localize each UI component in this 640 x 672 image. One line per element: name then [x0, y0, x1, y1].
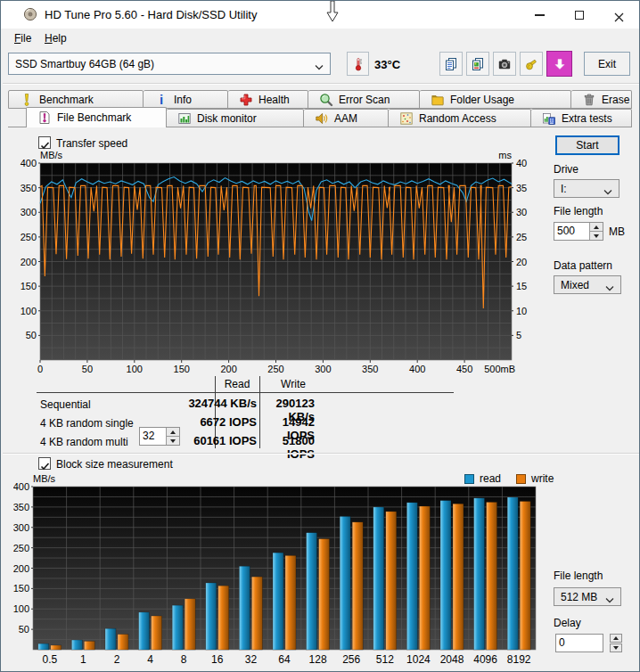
- device-select[interactable]: SSD Smartbuy 64GB (64 gB): [8, 53, 331, 75]
- tab-extra-tests[interactable]: Extra tests: [531, 109, 632, 127]
- table-header-rule: [37, 392, 454, 393]
- svg-text:50: 50: [19, 624, 29, 635]
- copy-text-icon: [444, 57, 458, 71]
- tab-file-benchmark[interactable]: File Benchmark: [26, 107, 167, 127]
- maximize-icon: [575, 11, 584, 20]
- tab-folder-usage[interactable]: Folder Usage: [420, 90, 571, 109]
- svg-text:40: 40: [516, 158, 527, 168]
- delay-up-button[interactable]: [610, 634, 622, 643]
- tab-label: File Benchmark: [57, 111, 131, 124]
- row-label-sequential: Sequential: [40, 398, 91, 411]
- svg-text:400: 400: [13, 481, 29, 492]
- write-bar-2: [118, 635, 128, 650]
- svg-text:35: 35: [516, 183, 527, 193]
- start-button[interactable]: Start: [555, 135, 619, 155]
- svg-text:300: 300: [21, 207, 37, 217]
- svg-text:50: 50: [26, 330, 37, 340]
- svg-text:300: 300: [315, 364, 331, 374]
- write-bar-512: [386, 512, 397, 650]
- temperature-button[interactable]: [347, 52, 369, 76]
- random-multi-write-value: 51800 IOPS: [264, 434, 315, 461]
- tab-benchmark[interactable]: Benchmark: [8, 90, 144, 109]
- transfer-speed-checkbox[interactable]: [38, 136, 51, 149]
- read-bar-32: [239, 566, 250, 650]
- svg-text:100: 100: [21, 306, 37, 316]
- menu-file[interactable]: File: [8, 29, 37, 48]
- tab-health[interactable]: Health: [228, 90, 308, 109]
- tab-disk-monitor[interactable]: Disk monitor: [167, 109, 304, 127]
- close-button[interactable]: [599, 1, 639, 29]
- svg-text:32: 32: [245, 653, 258, 666]
- svg-text:0.5: 0.5: [42, 653, 57, 666]
- title-bar: HD Tune Pro 5.60 - Hard Disk/SSD Utility: [1, 1, 639, 29]
- svg-text:1024: 1024: [406, 653, 431, 666]
- tab-row-2: File BenchmarkDisk monitorAAMRandom Acce…: [26, 109, 632, 127]
- menu-bar: File Help: [1, 29, 639, 48]
- svg-text:10: 10: [516, 306, 527, 316]
- read-bar-8192: [507, 497, 518, 650]
- svg-text:MB/s: MB/s: [40, 150, 63, 160]
- file-length2-select[interactable]: 512 MB: [554, 587, 621, 606]
- tab-aam[interactable]: AAM: [304, 109, 389, 127]
- exit-label: Exit: [598, 58, 616, 70]
- chevron-down-icon: [605, 282, 614, 288]
- aam-icon: [315, 111, 329, 126]
- svg-text:128: 128: [309, 653, 327, 666]
- delay-down-button[interactable]: [610, 643, 622, 652]
- write-bar-128: [319, 539, 330, 650]
- drive-select[interactable]: I:: [554, 179, 619, 198]
- camera-button[interactable]: [493, 52, 516, 76]
- svg-text:500mB: 500mB: [484, 364, 515, 374]
- file-length-buttons[interactable]: [589, 223, 603, 240]
- svg-text:8192: 8192: [507, 653, 531, 666]
- menu-help[interactable]: Help: [38, 29, 73, 48]
- svg-text:8: 8: [181, 653, 187, 666]
- chevron-down-icon: [603, 185, 612, 192]
- temperature-value: 33°C: [374, 58, 400, 71]
- file-length-stepper[interactable]: 500: [554, 222, 603, 241]
- check-icon: [40, 138, 50, 148]
- tab-erase[interactable]: Erase: [571, 90, 632, 109]
- benchmark-icon: [20, 93, 34, 107]
- svg-text:200: 200: [13, 563, 29, 574]
- svg-text:30: 30: [516, 207, 527, 217]
- tab-random-access[interactable]: Random Access: [389, 109, 531, 127]
- tab-strip-line: [8, 127, 26, 127]
- data-pattern-select[interactable]: Mixed: [554, 275, 621, 294]
- hand-button[interactable]: [520, 52, 543, 76]
- delay-input[interactable]: 0: [555, 634, 603, 652]
- chevron-down-icon: [605, 594, 614, 600]
- block-size-checkbox[interactable]: [38, 457, 51, 470]
- window-title: HD Tune Pro 5.60 - Hard Disk/SSD Utility: [45, 8, 257, 21]
- write-bar-256: [352, 522, 363, 650]
- thermometer-icon: [351, 57, 365, 71]
- svg-text:200: 200: [21, 257, 37, 267]
- mouse-cursor: [325, 1, 340, 26]
- copy-image-button[interactable]: [466, 52, 489, 76]
- tab-label: Benchmark: [39, 94, 94, 106]
- minimize-button[interactable]: [520, 1, 560, 29]
- file-length2-label: File length: [554, 570, 603, 582]
- file-length2-value: 512 MB: [561, 591, 597, 603]
- download-button[interactable]: [546, 51, 572, 77]
- copy-text-button[interactable]: [439, 52, 463, 76]
- write-bar-2048: [453, 504, 464, 650]
- svg-text:150: 150: [21, 281, 37, 291]
- toolbar: SSD Smartbuy 64GB (64 gB) 33°C Exit: [1, 48, 639, 83]
- row-label-random-multi: 4 KB random multi: [40, 436, 128, 448]
- svg-text:5: 5: [516, 330, 521, 340]
- health-icon: [239, 93, 253, 107]
- maximize-button[interactable]: [559, 1, 599, 29]
- svg-text:350: 350: [13, 502, 29, 512]
- svg-text:i: i: [160, 93, 163, 107]
- tab-error-scan[interactable]: Error Scan: [308, 90, 420, 109]
- read-bar-4096: [474, 498, 485, 650]
- tab-info[interactable]: iInfo: [144, 90, 228, 109]
- read-bar-1: [71, 640, 82, 650]
- close-icon: [614, 10, 624, 20]
- svg-text:2: 2: [114, 653, 120, 666]
- mb-unit-label: MB: [609, 225, 625, 238]
- exit-button[interactable]: Exit: [584, 52, 630, 76]
- column-header-write: Write: [261, 378, 325, 390]
- extra-tests-icon: [542, 111, 556, 126]
